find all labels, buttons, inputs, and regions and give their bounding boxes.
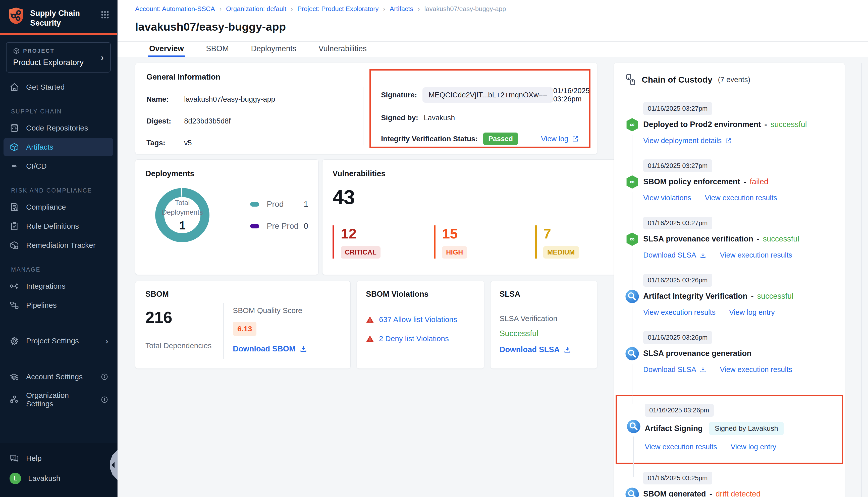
sidebar-item-artifacts[interactable]: Artifacts bbox=[3, 138, 113, 156]
section-risk-compliance: RISK AND COMPLIANCE bbox=[0, 176, 117, 197]
sidebar-item-project-settings[interactable]: Project Settings › bbox=[3, 332, 113, 350]
allow-list-violations-link[interactable]: 637 Allow list Violations bbox=[366, 315, 475, 324]
deny-list-violations-link[interactable]: 2 Deny list Violations bbox=[366, 334, 475, 343]
download-sbom-link[interactable]: Download SBOM bbox=[233, 344, 307, 353]
sidebar-item-organization-settings[interactable]: Organization Settings bbox=[3, 387, 113, 412]
digest-row: Digest: 8d23bd3b5d8f bbox=[146, 117, 363, 125]
chain-event: 01/16/2025 03:25pm SBOM generated- drift… bbox=[625, 472, 834, 497]
app-title: Supply Chain Security bbox=[30, 7, 95, 28]
event-title: Artifact Integrity Verification- success… bbox=[643, 292, 834, 301]
slsa-title: SLSA bbox=[500, 290, 588, 299]
tab-overview[interactable]: Overview bbox=[148, 42, 185, 57]
breadcrumb-account[interactable]: Account: Automation-SSCA bbox=[135, 5, 215, 13]
sbom-violations-card: SBOM Violations 637 Allow list Violation… bbox=[356, 281, 484, 369]
event-status: failed bbox=[750, 177, 768, 186]
event-title: SBOM policy enforcement- failed bbox=[643, 177, 834, 186]
legend-prod: Prod 1 bbox=[250, 200, 308, 209]
deployments-donut-chart: Total Deployments 1 bbox=[151, 184, 214, 246]
deployments-title: Deployments bbox=[145, 169, 308, 178]
download-slsa-link[interactable]: Download SLSA bbox=[643, 251, 706, 259]
section-manage: MANAGE bbox=[0, 255, 117, 276]
signed-by-row: Signed by: Lavakush bbox=[381, 114, 579, 122]
warning-triangle-icon bbox=[366, 315, 374, 324]
chat-bubbles-icon[interactable] bbox=[867, 470, 868, 486]
home-icon bbox=[10, 82, 19, 92]
slsa-verification-label: SLSA Verification bbox=[500, 314, 588, 323]
sbom-quality-score-value: 6.13 bbox=[233, 322, 256, 336]
sidebar-item-compliance[interactable]: Compliance bbox=[3, 198, 113, 216]
view-execution-results-link[interactable]: View execution results bbox=[643, 308, 716, 316]
cube-icon bbox=[13, 48, 19, 54]
project-selector[interactable]: PROJECT Product Exploratory › bbox=[6, 42, 111, 73]
general-information-card: General Information Name: lavakush07/eas… bbox=[135, 63, 597, 154]
chevron-right-icon: › bbox=[106, 336, 108, 346]
integrity-status-badge: Passed bbox=[483, 132, 518, 145]
sidebar-nav: Get Started SUPPLY CHAIN Code Repositori… bbox=[0, 73, 117, 443]
info-icon bbox=[101, 396, 108, 403]
sidebar-item-integrations[interactable]: Integrations bbox=[3, 277, 113, 295]
sidebar-item-get-started[interactable]: Get Started bbox=[3, 78, 113, 96]
share-nodes-icon bbox=[10, 281, 19, 291]
download-icon bbox=[700, 367, 706, 373]
layers-gear-icon bbox=[10, 372, 19, 382]
event-timestamp: 01/16/2025 03:25pm bbox=[643, 472, 712, 484]
total-dependencies-label: Total Dependencies bbox=[145, 341, 223, 350]
pipeline-flow-icon bbox=[10, 300, 19, 310]
download-slsa-link[interactable]: Download SLSA bbox=[500, 345, 588, 354]
view-execution-results-link[interactable]: View execution results bbox=[705, 194, 777, 202]
chevron-right-icon: › bbox=[101, 53, 104, 62]
info-icon bbox=[101, 373, 108, 381]
preprod-swatch bbox=[250, 224, 259, 228]
accent-divider bbox=[0, 33, 117, 34]
breadcrumb-current: lavakush07/easy-buggy-app bbox=[424, 5, 506, 13]
view-execution-results-link[interactable]: View execution results bbox=[720, 366, 792, 374]
view-deployment-details-link[interactable]: View deployment details bbox=[643, 137, 732, 145]
view-execution-results-link[interactable]: View execution results bbox=[720, 251, 792, 259]
vertical-divider bbox=[223, 303, 224, 359]
signed-by-badge: Signed by Lavakush bbox=[709, 422, 784, 435]
project-eyebrow-label: PROJECT bbox=[23, 48, 55, 54]
pipeline-hexagon-icon: ∞ bbox=[625, 118, 639, 132]
breadcrumb-project[interactable]: Project: Product Exploratory bbox=[297, 5, 379, 13]
org-hierarchy-gear-icon bbox=[10, 395, 19, 404]
tab-vulnerabilities[interactable]: Vulnerabilities bbox=[317, 42, 368, 57]
download-slsa-link[interactable]: Download SLSA bbox=[643, 366, 706, 374]
svg-text:?: ? bbox=[13, 455, 15, 459]
sidebar-item-code-repositories[interactable]: Code Repositories bbox=[3, 119, 113, 137]
svg-text:∞: ∞ bbox=[630, 121, 635, 128]
chain-event: 01/16/2025 03:26pm SLSA provenance gener… bbox=[625, 331, 834, 388]
event-status: successful bbox=[763, 235, 799, 243]
view-execution-results-link[interactable]: View execution results bbox=[645, 443, 717, 451]
ssca-loupe-icon bbox=[625, 487, 639, 497]
top-bar: Account: Automation-SSCA › Organization:… bbox=[117, 0, 868, 41]
sidebar-user[interactable]: L Lavakush bbox=[3, 468, 113, 488]
warning-triangle-icon bbox=[366, 335, 374, 343]
view-log-link[interactable]: View log bbox=[541, 135, 579, 143]
view-log-entry-link[interactable]: View log entry bbox=[729, 308, 775, 316]
signature-value-pill[interactable]: MEQCICde2VjIT...bL+2+mqnOXw== bbox=[422, 87, 553, 103]
event-timestamp: 01/16/2025 03:26pm bbox=[643, 274, 712, 287]
event-status: successful bbox=[771, 120, 807, 129]
sidebar-item-rule-definitions[interactable]: Rule Definitions bbox=[3, 217, 113, 235]
sidebar-item-help[interactable]: ? Help bbox=[3, 449, 113, 467]
sidebar-item-remediation-tracker[interactable]: Remediation Tracker bbox=[3, 236, 113, 254]
sidebar-item-account-settings[interactable]: Account Settings bbox=[3, 368, 113, 386]
page-title: lavakush07/easy-buggy-app bbox=[135, 20, 868, 33]
chain-of-custody-card: Chain of Custody (7 events) ∞ 01/16/2025… bbox=[614, 63, 845, 497]
avatar: L bbox=[10, 473, 21, 484]
slsa-card: SLSA SLSA Verification Successful Downlo… bbox=[490, 281, 597, 369]
sidebar-item-pipelines[interactable]: Pipelines bbox=[3, 296, 113, 314]
sidebar-item-cicd[interactable]: CI/CD bbox=[3, 157, 113, 175]
tab-deployments[interactable]: Deployments bbox=[249, 42, 298, 57]
prod-count: 1 bbox=[304, 200, 308, 209]
event-title: SLSA provenance generation bbox=[643, 349, 834, 358]
app-switcher-grid-icon[interactable] bbox=[101, 11, 109, 19]
event-timestamp: 01/16/2025 03:27pm bbox=[643, 217, 712, 229]
severity-high: 15 HIGH bbox=[434, 225, 535, 258]
view-violations-link[interactable]: View violations bbox=[643, 194, 691, 202]
view-log-entry-link[interactable]: View log entry bbox=[731, 443, 776, 451]
tab-sbom[interactable]: SBOM bbox=[205, 42, 230, 57]
breadcrumb-organization[interactable]: Organization: default bbox=[226, 5, 286, 13]
breadcrumb-artifacts[interactable]: Artifacts bbox=[390, 5, 414, 13]
breadcrumb-separator: › bbox=[291, 5, 293, 13]
